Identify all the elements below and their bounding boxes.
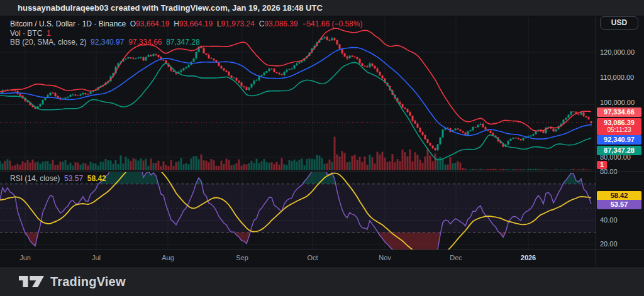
tradingview-wordmark[interactable]: TradingView xyxy=(50,275,126,289)
price-axis[interactable]: USD 120,000.00110,000.00100,000.0080,000… xyxy=(596,16,644,266)
volume-label: 1 xyxy=(597,161,607,169)
bb-basis-value: 92,340.97 xyxy=(91,38,124,47)
volume-legend-row[interactable]: Vol · BTC 1 xyxy=(10,29,362,38)
last-price-label: 93,086.3905:11:23 xyxy=(597,118,641,135)
attribution-bar: hussaynabdulraqeeb03 created with Tradin… xyxy=(0,0,644,16)
chart-plot-area[interactable]: Bitcoin / U.S. Dollar · 1D · Binance O93… xyxy=(0,16,596,266)
price-axis-tick: 20.00 xyxy=(600,240,618,248)
rsi-label: RSI (14, close) xyxy=(10,174,60,183)
time-axis-month-label[interactable]: Sep xyxy=(236,254,248,261)
symbol-legend-row[interactable]: Bitcoin / U.S. Dollar · 1D · Binance O93… xyxy=(10,19,362,29)
open-label: O xyxy=(130,19,136,28)
price-axis-tick: 100,000.00 xyxy=(600,99,635,107)
currency-unit-button[interactable]: USD xyxy=(600,16,638,30)
chart-legend: Bitcoin / U.S. Dollar · 1D · Binance O93… xyxy=(10,19,362,47)
time-axis-month-label[interactable]: Oct xyxy=(307,254,318,261)
open-value: 93,664.19 xyxy=(136,19,169,28)
low-value: 91,973.24 xyxy=(221,19,255,28)
price-axis-tick: 80.00 xyxy=(600,168,618,176)
price-axis-tick: 120,000.00 xyxy=(600,48,635,57)
time-axis-month-label[interactable]: Jul xyxy=(92,254,101,261)
rsi-value: 53.57 xyxy=(64,174,83,183)
volume-value: 1 xyxy=(47,29,51,38)
bb-label: BB (20, SMA, close, 2) xyxy=(10,38,86,47)
time-axis-year-label[interactable]: 2026 xyxy=(521,254,536,261)
price-axis-tick: 110,000.00 xyxy=(600,74,634,82)
high-value: 93,664.19 xyxy=(179,19,213,28)
bb-upper-value: 97,334.66 xyxy=(128,38,162,47)
volume-label: Vol · BTC xyxy=(10,29,42,38)
change-value: −541.66 (−0.58%) xyxy=(302,19,362,28)
price-chart-canvas[interactable] xyxy=(0,16,596,266)
candlesticks xyxy=(0,36,592,151)
rsi-legend-row[interactable]: RSI (14, close) 53.57 58.42 xyxy=(10,174,106,183)
bb-upper-label: 97,334.66 xyxy=(597,107,641,117)
rsi-label: 53.57 xyxy=(597,200,641,209)
attribution-text: hussaynabdulraqeeb03 created with Tradin… xyxy=(18,3,323,13)
bb-lower-label: 87,347.28 xyxy=(597,146,641,155)
footer-brand-bar: TradingView xyxy=(0,266,644,296)
rsi-ma-label: 58.42 xyxy=(597,191,641,200)
volume-bars xyxy=(0,137,592,170)
tradingview-chart-window: hussaynabdulraqeeb03 created with Tradin… xyxy=(0,0,644,296)
bb-lower-value: 87,347.28 xyxy=(166,38,199,47)
low-label: L xyxy=(217,19,221,28)
tradingview-logo-icon[interactable] xyxy=(19,273,44,290)
price-axis-tick: 40.00 xyxy=(600,216,618,224)
bb-basis-label: 92,340.97 xyxy=(597,135,641,145)
close-label: C xyxy=(259,19,265,28)
time-axis-separator xyxy=(0,249,644,250)
close-value: 93,086.39 xyxy=(264,19,297,28)
bb-legend-row[interactable]: BB (20, SMA, close, 2) 92,340.97 97,334.… xyxy=(10,38,362,47)
time-axis-month-label[interactable]: Dec xyxy=(450,254,462,261)
time-axis-month-label[interactable]: Aug xyxy=(162,254,174,261)
symbol-title[interactable]: Bitcoin / U.S. Dollar · 1D · Binance xyxy=(10,19,126,28)
time-axis-month-label[interactable]: Nov xyxy=(379,254,391,261)
rsi-ma-value: 58.42 xyxy=(87,174,106,183)
time-axis-month-label[interactable]: Jun xyxy=(19,254,31,261)
pane-separator[interactable] xyxy=(0,171,644,172)
high-label: H xyxy=(174,19,179,28)
